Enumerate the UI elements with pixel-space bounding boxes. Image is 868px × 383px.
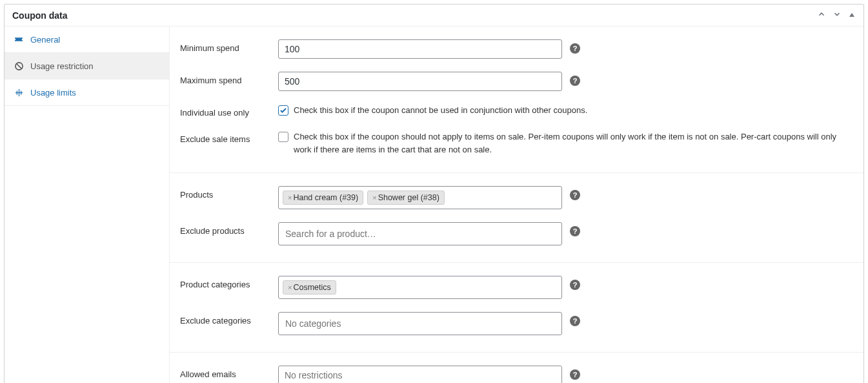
row-exclude-sale: Exclude sale items Check this box if the… (170, 124, 863, 162)
panel-body: General Usage restriction Usage limits M… (5, 26, 863, 383)
coupon-data-panel: Coupon data General Usage restriction Us… (4, 4, 864, 383)
section-emails: Allowed emails ? (170, 353, 863, 383)
help-icon[interactable]: ? (570, 369, 580, 380)
row-product-categories: Product categories ×Cosmetics ? (170, 269, 863, 305)
exclude-sale-checkbox[interactable] (278, 132, 288, 142)
allowed-emails-input[interactable] (278, 366, 562, 383)
help-icon[interactable]: ? (570, 43, 580, 54)
section-spend: Minimum spend ? Maximum spend ? Individu… (170, 26, 863, 173)
panel-controls (817, 10, 856, 21)
label-products: Products (180, 186, 273, 200)
sidebar-item-label: Usage limits (30, 88, 76, 98)
label-minimum-spend: Minimum spend (180, 39, 273, 53)
label-allowed-emails: Allowed emails (180, 366, 273, 379)
remove-icon[interactable]: × (288, 194, 292, 202)
panel-header: Coupon data (5, 5, 863, 26)
limits-icon (14, 87, 24, 98)
help-icon[interactable]: ? (570, 190, 580, 200)
maximum-spend-input[interactable] (278, 72, 562, 91)
svg-line-2 (16, 63, 21, 68)
section-products: Products ×Hand cream (#39) ×Shower gel (… (170, 173, 863, 263)
remove-icon[interactable]: × (288, 284, 292, 291)
products-select[interactable]: ×Hand cream (#39) ×Shower gel (#38) (278, 186, 562, 209)
exclude-categories-placeholder: No categories (283, 316, 343, 331)
individual-use-checkbox[interactable] (278, 105, 288, 116)
label-product-categories: Product categories (180, 276, 273, 289)
collapse-icon[interactable] (848, 10, 856, 21)
label-maximum-spend: Maximum spend (180, 72, 273, 85)
label-exclude-sale: Exclude sale items (180, 130, 273, 144)
help-icon[interactable]: ? (570, 226, 580, 236)
sidebar-item-general[interactable]: General (5, 26, 169, 53)
svg-marker-0 (849, 13, 854, 17)
label-exclude-products: Exclude products (180, 222, 273, 236)
individual-use-description: Check this box if the coupon cannot be u… (294, 104, 587, 117)
help-icon[interactable]: ? (570, 316, 580, 326)
row-minimum-spend: Minimum spend ? (170, 33, 863, 65)
exclude-products-search[interactable] (283, 227, 558, 241)
exclude-categories-select[interactable]: No categories (278, 312, 562, 335)
exclude-sale-description: Check this box if the coupon should not … (294, 130, 853, 156)
sidebar-item-label: General (30, 35, 60, 45)
product-categories-select[interactable]: ×Cosmetics (278, 276, 562, 299)
sidebar-item-usage-restriction[interactable]: Usage restriction (5, 53, 169, 79)
block-icon (14, 61, 24, 71)
remove-icon[interactable]: × (372, 194, 376, 202)
move-down-icon[interactable] (833, 10, 842, 21)
minimum-spend-input[interactable] (278, 39, 562, 59)
sidebar-item-label: Usage restriction (30, 61, 94, 71)
row-exclude-products: Exclude products ? (170, 216, 863, 252)
product-tag: ×Hand cream (#39) (283, 191, 363, 205)
category-tag: ×Cosmetics (283, 280, 336, 295)
label-exclude-categories: Exclude categories (180, 312, 273, 326)
panel-title: Coupon data (12, 10, 68, 21)
help-icon[interactable]: ? (570, 76, 580, 86)
help-icon[interactable]: ? (570, 280, 580, 290)
ticket-icon (14, 34, 24, 45)
sidebar: General Usage restriction Usage limits (5, 26, 170, 383)
row-allowed-emails: Allowed emails ? (170, 359, 863, 383)
section-categories: Product categories ×Cosmetics ? Exclude … (170, 263, 863, 353)
row-maximum-spend: Maximum spend ? (170, 65, 863, 98)
sidebar-item-usage-limits[interactable]: Usage limits (5, 79, 169, 106)
content: Minimum spend ? Maximum spend ? Individu… (170, 26, 863, 383)
product-tag: ×Shower gel (#38) (367, 191, 445, 205)
exclude-products-select[interactable] (278, 222, 562, 245)
move-up-icon[interactable] (817, 10, 826, 21)
row-products: Products ×Hand cream (#39) ×Shower gel (… (170, 180, 863, 216)
label-individual-use: Individual use only (180, 104, 273, 118)
row-individual-use: Individual use only Check this box if th… (170, 98, 863, 124)
row-exclude-categories: Exclude categories No categories ? (170, 305, 863, 342)
